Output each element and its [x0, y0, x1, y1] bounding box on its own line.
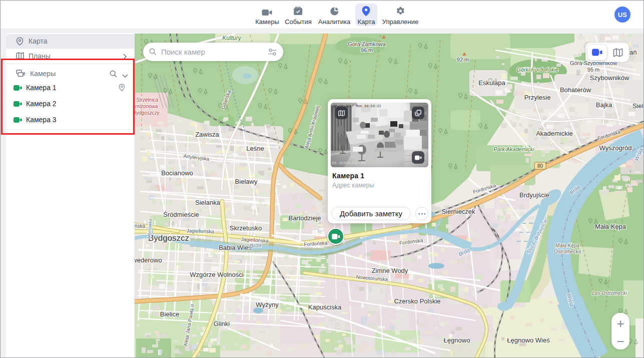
svg-text:DS-2CD2420F-IW: DS-2CD2420F-IW [332, 161, 365, 165]
